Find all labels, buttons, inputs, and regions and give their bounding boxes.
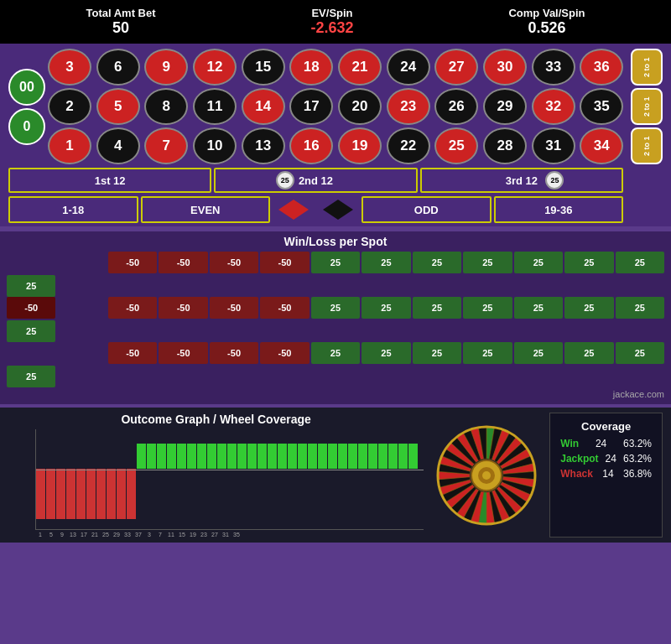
- comp-val-label: Comp Val/Spin: [508, 7, 585, 19]
- bar-24: [278, 444, 287, 469]
- num-cell-9[interactable]: 9: [144, 49, 188, 86]
- num-cell-12[interactable]: 12: [193, 49, 237, 86]
- chip-3rd-12-right: 25: [545, 171, 564, 190]
- bet-red[interactable]: [273, 196, 315, 223]
- wl-cell-r2-c10: 25: [616, 342, 664, 364]
- wl-cell-r1-c8: 25: [514, 297, 563, 319]
- num-cell-7[interactable]: 7: [144, 127, 188, 164]
- wl-cell-r1-c5: 25: [362, 297, 410, 319]
- bet-19-36[interactable]: 19-36: [494, 196, 624, 223]
- wl-cell-r2-c5: 25: [362, 342, 410, 364]
- wl-cell-r0-c9: 25: [564, 252, 613, 273]
- bar-chart: [35, 429, 424, 530]
- roulette-table: 00 0 36912151821242730333625811141720232…: [0, 44, 671, 226]
- coverage-title: Coverage: [560, 420, 652, 433]
- num-cell-24[interactable]: 24: [387, 49, 430, 86]
- bar-12: [157, 444, 166, 469]
- wl-section: Win/Loss per Spot -50-50-50-502525252525…: [0, 231, 671, 404]
- zero-00[interactable]: 00: [8, 69, 45, 106]
- num-cell-34[interactable]: 34: [580, 127, 623, 164]
- bar-4: [76, 469, 86, 519]
- wl-cell-r0-c10: 25: [616, 252, 664, 273]
- num-cell-5[interactable]: 5: [96, 88, 140, 125]
- num-cell-19[interactable]: 19: [338, 127, 382, 164]
- num-cell-6[interactable]: 6: [96, 49, 140, 86]
- num-cell-10[interactable]: 10: [193, 127, 237, 164]
- bar-25: [288, 444, 297, 469]
- bet-black[interactable]: [317, 196, 359, 223]
- col-2to1-bot[interactable]: 2 to 1: [631, 127, 663, 164]
- num-cell-1[interactable]: 1: [48, 127, 91, 164]
- num-cell-28[interactable]: 28: [483, 127, 527, 164]
- bar-1: [46, 469, 55, 519]
- x-label-28: 19: [188, 532, 198, 538]
- zero-0[interactable]: 0: [8, 108, 45, 145]
- bar-6: [96, 469, 106, 519]
- x-label-22: 7: [155, 532, 165, 538]
- num-cell-4[interactable]: 4: [96, 127, 140, 164]
- dozen-2nd-12[interactable]: 2nd 12 25: [214, 168, 417, 193]
- num-cell-32[interactable]: 32: [532, 88, 575, 125]
- roulette-grid: 00 0 36912151821242730333625811141720232…: [8, 49, 663, 164]
- bar-3: [66, 469, 75, 519]
- coverage-panel: Coverage Win 24 63.2% Jackpot 24 63.2% W…: [549, 413, 663, 538]
- bet-even[interactable]: EVEN: [141, 196, 271, 223]
- num-cell-8[interactable]: 8: [144, 88, 188, 125]
- coverage-win-label: Win: [560, 438, 579, 449]
- num-cell-22[interactable]: 22: [387, 127, 430, 164]
- dozen-1st-12[interactable]: 1st 12: [8, 168, 211, 193]
- num-cell-30[interactable]: 30: [483, 49, 527, 86]
- num-cell-20[interactable]: 20: [338, 88, 382, 125]
- wl-cell-r1-c9: 25: [564, 297, 613, 319]
- num-cell-17[interactable]: 17: [289, 88, 333, 125]
- total-amt-bet-value: 50: [86, 19, 155, 37]
- coverage-whack-num: 14: [602, 468, 613, 480]
- num-cell-25[interactable]: 25: [434, 127, 478, 164]
- wl-cell-r2-c2: -50: [210, 342, 258, 364]
- num-cell-3[interactable]: 3: [48, 49, 91, 86]
- wl-cell-r2-c6: 25: [413, 342, 461, 364]
- bet-1-18[interactable]: 1-18: [8, 196, 138, 223]
- coverage-whack-row: Whack 14 36.8%: [560, 468, 652, 480]
- coverage-jackpot-pct: 63.2%: [623, 453, 652, 465]
- wl-cell-r2-c0: -50: [108, 342, 157, 364]
- num-cell-11[interactable]: 11: [193, 88, 237, 125]
- num-cell-27[interactable]: 27: [434, 49, 478, 86]
- wl-cell-r1-c2: -50: [210, 297, 258, 319]
- zero-column: 00 0: [8, 69, 45, 145]
- num-cell-35[interactable]: 35: [580, 88, 623, 125]
- col-2to1-mid[interactable]: 2 to 1: [631, 88, 663, 125]
- bar-15: [187, 444, 196, 469]
- num-cell-14[interactable]: 14: [242, 88, 285, 125]
- x-label-0: 1: [35, 532, 45, 538]
- num-cell-36[interactable]: 36: [580, 49, 623, 86]
- outside-row: 1-18 EVEN ODD 19-36: [8, 196, 663, 223]
- dozen-3rd-12[interactable]: 3rd 12 25: [420, 168, 623, 193]
- num-cell-16[interactable]: 16: [289, 127, 333, 164]
- num-cell-2[interactable]: 2: [48, 88, 91, 125]
- num-cell-21[interactable]: 21: [338, 49, 382, 86]
- num-cell-31[interactable]: 31: [532, 127, 575, 164]
- num-cell-33[interactable]: 33: [532, 49, 575, 86]
- comp-val-value: 0.526: [508, 19, 585, 37]
- wl-title: Win/Loss per Spot: [7, 235, 664, 248]
- num-cell-26[interactable]: 26: [434, 88, 478, 125]
- x-label-26: 15: [177, 532, 187, 538]
- num-cell-18[interactable]: 18: [289, 49, 333, 86]
- x-axis-labels: 159131721252933373711151923273135: [35, 532, 424, 538]
- col-2to1-top[interactable]: 2 to 1: [631, 49, 663, 86]
- num-cell-23[interactable]: 23: [387, 88, 430, 125]
- coverage-win-pct: 63.2%: [623, 438, 652, 449]
- dozen-1st-12-label: 1st 12: [95, 174, 126, 187]
- bar-35: [388, 444, 398, 469]
- wl-cell-r1-c0: -50: [108, 297, 157, 319]
- x-label-32: 27: [210, 532, 220, 538]
- num-cell-29[interactable]: 29: [483, 88, 527, 125]
- num-cell-15[interactable]: 15: [242, 49, 285, 86]
- header: Total Amt Bet 50 EV/Spin -2.632 Comp Val…: [0, 0, 671, 44]
- ev-spin-label: EV/Spin: [310, 7, 353, 19]
- bet-odd[interactable]: ODD: [362, 196, 492, 223]
- wl-cell-r1-c11: 25: [7, 320, 55, 342]
- num-cell-13[interactable]: 13: [242, 127, 285, 164]
- bar-8: [117, 469, 126, 519]
